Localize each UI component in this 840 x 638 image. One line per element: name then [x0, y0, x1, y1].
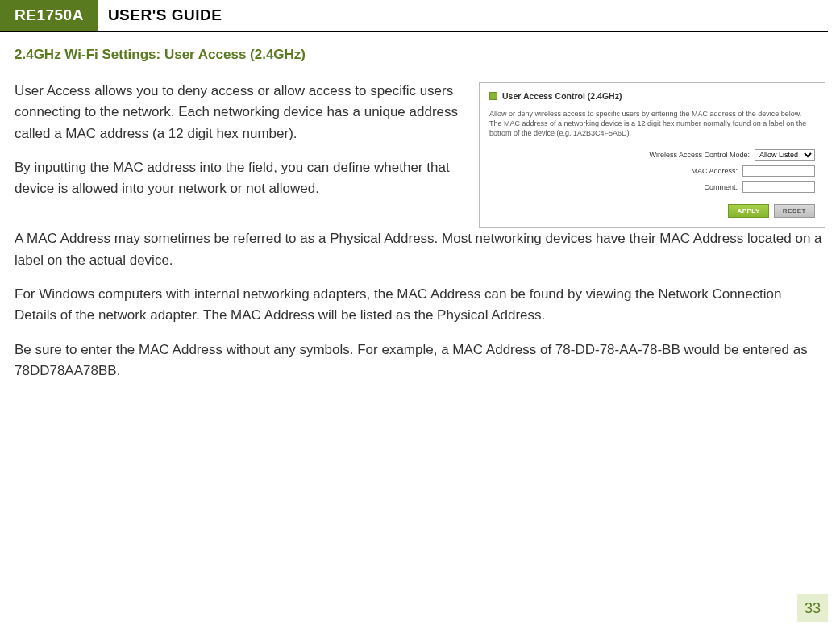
- paragraph-1: User Access allows you to deny access or…: [15, 81, 464, 144]
- form-row-mac: MAC Address:: [489, 165, 815, 177]
- page-number: 33: [797, 594, 828, 622]
- mode-label: Wireless Access Control Mode:: [637, 151, 750, 159]
- section-title: 2.4GHz Wi-Fi Settings: User Access (2.4G…: [15, 47, 825, 63]
- form-row-mode: Wireless Access Control Mode: Allow List…: [489, 149, 815, 161]
- paragraph-4: For Windows computers with internal netw…: [15, 284, 825, 327]
- comment-input[interactable]: [742, 181, 815, 193]
- reset-button[interactable]: RESET: [774, 204, 815, 218]
- mac-input[interactable]: [742, 165, 815, 177]
- user-access-panel: User Access Control (2.4GHz) Allow or de…: [479, 82, 825, 228]
- page-header: RE1750A USER'S GUIDE: [0, 0, 828, 32]
- form-row-comment: Comment:: [489, 181, 815, 193]
- text-column-full: A MAC Address may sometimes be referred …: [15, 228, 825, 382]
- apply-button[interactable]: APPLY: [728, 204, 768, 218]
- mac-label: MAC Address:: [625, 167, 738, 175]
- paragraph-5: Be sure to enter the MAC Address without…: [15, 340, 825, 382]
- panel-square-icon: [489, 92, 497, 100]
- panel-title-row: User Access Control (2.4GHz): [489, 91, 815, 101]
- mode-select[interactable]: Allow Listed: [755, 149, 815, 161]
- header-model: RE1750A: [0, 0, 98, 31]
- paragraph-3: A MAC Address may sometimes be referred …: [15, 228, 825, 271]
- paragraph-2: By inputting the MAC address into the fi…: [15, 157, 464, 200]
- comment-label: Comment:: [625, 183, 738, 191]
- button-row: APPLY RESET: [489, 204, 815, 218]
- page-content: 2.4GHz Wi-Fi Settings: User Access (2.4G…: [0, 32, 840, 382]
- panel-description: Allow or deny wireless access to specifi…: [489, 109, 815, 138]
- main-flex: User Access allows you to deny access or…: [15, 81, 825, 228]
- header-title: USER'S GUIDE: [98, 0, 231, 31]
- text-column: User Access allows you to deny access or…: [15, 81, 464, 213]
- panel-title: User Access Control (2.4GHz): [502, 91, 622, 101]
